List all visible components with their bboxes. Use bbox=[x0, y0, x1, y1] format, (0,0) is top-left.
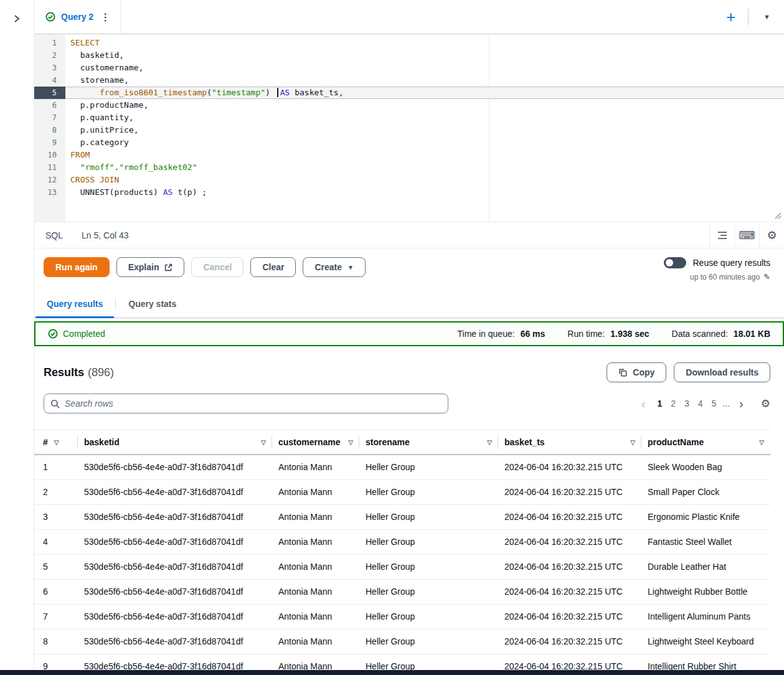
run-again-button[interactable]: Run again bbox=[44, 257, 110, 277]
query-metric: Time in queue:66 ms bbox=[458, 329, 545, 339]
results-toolbar: ‹ 12345... › ⚙ bbox=[44, 394, 770, 413]
editor-resize-handle[interactable] bbox=[774, 212, 782, 219]
sql-editor[interactable]: 1SELECT2 basketid,3 customername,4 store… bbox=[34, 34, 784, 222]
new-query-tab-button[interactable]: + bbox=[714, 9, 748, 25]
code-line[interactable]: 12CROSS JOIN bbox=[34, 174, 784, 186]
metric-label: Data scanned: bbox=[672, 329, 728, 339]
page-button[interactable]: 4 bbox=[694, 396, 707, 411]
create-dropdown-button[interactable]: Create ▼ bbox=[303, 257, 366, 277]
code-token: "timestamp" bbox=[212, 88, 265, 97]
sort-filter-icon[interactable]: ▽ bbox=[54, 439, 59, 446]
table-row: 7530de5f6-cb56-4e4e-a0d7-3f16d87041dfAnt… bbox=[34, 604, 770, 629]
next-page-button[interactable]: › bbox=[735, 397, 747, 410]
table-cell: 7 bbox=[34, 604, 78, 629]
code-token: AS bbox=[163, 187, 173, 197]
sort-filter-icon[interactable]: ▽ bbox=[261, 439, 266, 446]
cancel-button[interactable]: Cancel bbox=[191, 257, 243, 277]
reuse-duration-label: up to 60 minutes ago bbox=[690, 273, 760, 281]
table-cell: Heller Group bbox=[359, 455, 498, 479]
page-button[interactable]: 5 bbox=[707, 396, 721, 411]
table-cell: Antonia Mann bbox=[272, 479, 359, 504]
table-preferences-gear-icon[interactable]: ⚙ bbox=[761, 397, 770, 410]
sort-filter-icon[interactable]: ▽ bbox=[348, 439, 353, 446]
sort-filter-icon[interactable]: ▽ bbox=[630, 439, 635, 446]
table-cell: 2024-06-04 16:20:32.215 UTC bbox=[498, 455, 641, 479]
tab-query-2[interactable]: Query 2 ⋮ bbox=[34, 0, 121, 34]
page-button[interactable]: 2 bbox=[666, 396, 680, 411]
search-icon bbox=[50, 399, 60, 408]
table-cell: 530de5f6-cb56-4e4e-a0d7-3f16d87041df bbox=[78, 604, 272, 629]
code-token: AS bbox=[280, 88, 290, 97]
format-query-button[interactable] bbox=[709, 222, 734, 248]
column-header[interactable]: productName▽ bbox=[641, 430, 770, 455]
code-line[interactable]: 8 p.unitPrice, bbox=[34, 124, 784, 136]
search-rows-input[interactable] bbox=[65, 399, 442, 408]
line-number: 8 bbox=[34, 124, 65, 136]
line-number: 6 bbox=[34, 99, 65, 111]
console-footer-bar bbox=[0, 670, 784, 675]
tab-query-results[interactable]: Query results bbox=[34, 290, 115, 318]
column-label: productName bbox=[648, 437, 704, 447]
column-header[interactable]: basketid▽ bbox=[78, 430, 272, 455]
metric-value: 18.01 KB bbox=[734, 329, 770, 339]
code-line[interactable]: 5 from_iso8601_timestamp("timestamp") AS… bbox=[34, 87, 784, 99]
clear-button[interactable]: Clear bbox=[250, 257, 296, 277]
column-header[interactable]: #▽ bbox=[34, 430, 78, 455]
code-line[interactable]: 11 "rmoff"."rmoff_basket02" bbox=[34, 161, 784, 174]
toggle-knob bbox=[666, 259, 673, 267]
keyboard-shortcuts-button[interactable]: ⌨ bbox=[734, 222, 759, 248]
tab-kebab-menu-icon[interactable]: ⋮ bbox=[99, 11, 111, 23]
metric-label: Time in queue: bbox=[458, 329, 515, 339]
table-row: 1530de5f6-cb56-4e4e-a0d7-3f16d87041dfAnt… bbox=[34, 455, 770, 479]
code-token: CROSS JOIN bbox=[70, 175, 119, 184]
code-text: SELECT bbox=[65, 37, 784, 49]
code-line[interactable]: 7 p.quantity, bbox=[34, 111, 784, 124]
reuse-query-results-control: Reuse query results up to 60 minutes ago… bbox=[664, 257, 770, 281]
sort-filter-icon[interactable]: ▽ bbox=[759, 439, 764, 446]
results-table-wrap: #▽basketid▽customername▽storename▽basket… bbox=[34, 430, 784, 675]
edit-pencil-icon[interactable]: ✎ bbox=[763, 272, 770, 281]
column-header-inner: storename▽ bbox=[366, 437, 492, 447]
status-completed-label: Completed bbox=[63, 329, 105, 339]
code-token: from_iso8601_timestamp bbox=[100, 88, 207, 97]
code-line[interactable]: 9 p.category bbox=[34, 136, 784, 149]
code-line[interactable]: 4 storename, bbox=[34, 74, 784, 87]
reuse-query-results-toggle[interactable] bbox=[664, 257, 686, 268]
tab-list-dropdown-button[interactable]: ▼ bbox=[749, 13, 774, 21]
chevron-down-icon: ▼ bbox=[347, 264, 354, 271]
copy-button[interactable]: Copy bbox=[607, 362, 666, 382]
code-line[interactable]: 1SELECT bbox=[34, 37, 784, 49]
table-cell: Heller Group bbox=[359, 504, 498, 529]
table-cell: Durable Leather Hat bbox=[641, 554, 770, 579]
query-status: Completed bbox=[48, 329, 105, 339]
explain-button[interactable]: Explain bbox=[116, 257, 185, 277]
editor-settings-button[interactable]: ⚙ bbox=[759, 222, 784, 248]
format-lines-icon bbox=[717, 231, 727, 240]
table-cell: 2024-06-04 16:20:32.215 UTC bbox=[498, 529, 641, 554]
download-results-button[interactable]: Download results bbox=[674, 362, 770, 382]
page-button[interactable]: 1 bbox=[653, 396, 666, 411]
column-header[interactable]: storename▽ bbox=[359, 430, 498, 455]
code-token: "rmoff_basket02" bbox=[119, 163, 197, 172]
code-line[interactable]: 6 p.productName, bbox=[34, 99, 784, 111]
expand-panel-button[interactable] bbox=[8, 10, 26, 27]
column-label: customername bbox=[278, 437, 341, 447]
line-number: 12 bbox=[34, 174, 65, 186]
table-cell: 530de5f6-cb56-4e4e-a0d7-3f16d87041df bbox=[78, 629, 272, 654]
code-token bbox=[270, 88, 275, 97]
page-button[interactable]: 3 bbox=[680, 396, 694, 411]
keyboard-icon: ⌨ bbox=[739, 229, 755, 242]
table-row: 8530de5f6-cb56-4e4e-a0d7-3f16d87041dfAnt… bbox=[34, 629, 770, 654]
tab-query-stats[interactable]: Query stats bbox=[116, 290, 189, 318]
code-line[interactable]: 3 customername, bbox=[34, 62, 784, 74]
code-line[interactable]: 10FROM bbox=[34, 149, 784, 161]
code-text: "rmoff"."rmoff_basket02" bbox=[65, 161, 784, 174]
table-body: 1530de5f6-cb56-4e4e-a0d7-3f16d87041dfAnt… bbox=[34, 455, 770, 675]
code-line[interactable]: 2 basketid, bbox=[34, 49, 784, 62]
table-cell: Ergonomic Plastic Knife bbox=[641, 504, 770, 529]
code-line[interactable]: 13 UNNEST(products) AS t(p) ; bbox=[34, 186, 784, 199]
sort-filter-icon[interactable]: ▽ bbox=[487, 439, 492, 446]
column-header[interactable]: customername▽ bbox=[272, 430, 359, 455]
column-header[interactable]: basket_ts▽ bbox=[498, 430, 641, 455]
previous-page-button[interactable]: ‹ bbox=[638, 397, 649, 410]
